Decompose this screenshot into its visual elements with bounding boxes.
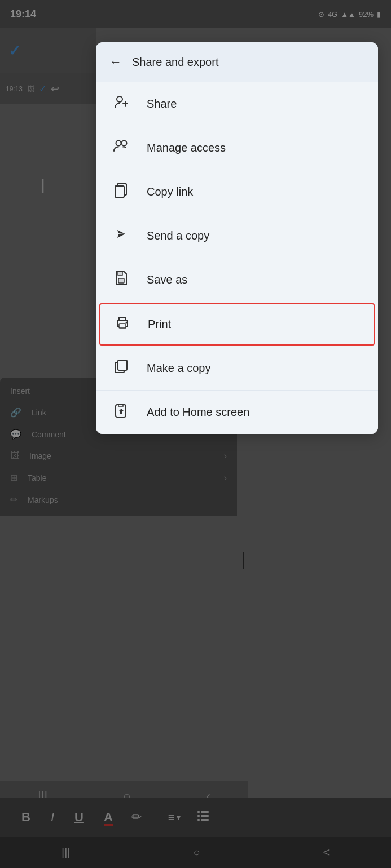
make-copy-icon [112, 358, 131, 379]
manage-access-icon [112, 138, 131, 158]
svg-rect-14 [115, 186, 124, 197]
svg-rect-16 [118, 272, 122, 276]
send-copy-label: Send a copy [147, 229, 209, 242]
add-home-label: Add to Home screen [147, 406, 249, 419]
svg-rect-15 [118, 278, 124, 283]
share-export-menu: ← Share and export Share Manage access [96, 42, 378, 434]
make-copy-label: Make a copy [147, 362, 210, 375]
print-icon [113, 314, 132, 335]
share-add-icon [112, 94, 131, 114]
share-label: Share [147, 98, 177, 110]
svg-point-19 [126, 322, 128, 324]
save-as-menu-item[interactable]: Save as [96, 258, 378, 302]
share-menu-item[interactable]: Share [96, 82, 378, 126]
add-home-menu-item[interactable]: Add to Home screen [96, 391, 378, 434]
svg-rect-21 [118, 360, 127, 370]
print-label: Print [148, 318, 171, 331]
svg-point-10 [122, 141, 127, 146]
send-copy-icon [112, 225, 131, 246]
copy-link-menu-item[interactable]: Copy link [96, 170, 378, 214]
menu-title: Share and export [132, 56, 218, 69]
back-button-menu[interactable]: ← [109, 55, 122, 69]
add-home-screen-icon [112, 402, 131, 423]
print-menu-item[interactable]: Print [99, 303, 375, 346]
manage-access-menu-item[interactable]: Manage access [96, 126, 378, 170]
svg-point-6 [117, 96, 122, 102]
svg-rect-18 [119, 324, 126, 328]
save-as-icon [112, 269, 131, 290]
send-copy-menu-item[interactable]: Send a copy [96, 214, 378, 258]
copy-link-icon [112, 181, 131, 202]
copy-link-label: Copy link [147, 185, 193, 198]
save-as-label: Save as [147, 273, 187, 286]
manage-access-label: Manage access [147, 141, 226, 154]
make-copy-menu-item[interactable]: Make a copy [96, 347, 378, 391]
menu-header: ← Share and export [96, 42, 378, 82]
svg-point-9 [116, 141, 121, 146]
